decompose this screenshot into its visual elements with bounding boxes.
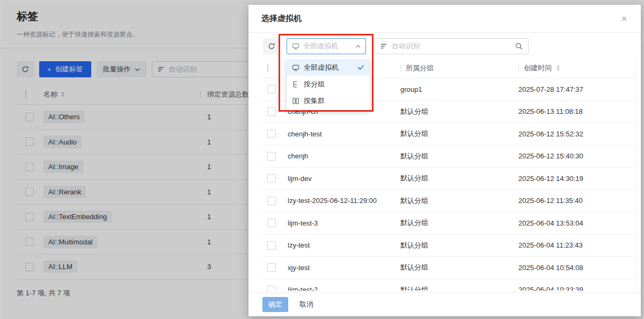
group-tree-icon [292,81,299,88]
cell-checkbox [261,241,288,250]
filter-icon [380,43,387,49]
cell-vm-group: 默认分组 [400,263,518,272]
vm-search-input[interactable]: 自动识别 [375,38,529,54]
select-all-checkbox[interactable] [267,63,268,73]
cell-vm-group: 默认分组 [400,196,518,206]
dropdown-item-按集群[interactable]: 按集群 [287,92,370,109]
cell-vm-time: 2025-06-12 11:35:40 [518,197,636,205]
cell-vm-group: group1 [400,85,518,93]
vm-table-row[interactable]: lzy-test-2025-06-12-11:29:00默认分组2025-06-… [261,190,636,213]
cell-vm-group: 默认分组 [400,285,518,291]
cell-vm-name: lijm-test-2 [288,286,400,291]
chevron-up-icon [355,45,361,48]
modal-title: 选择虚拟机 [261,13,302,24]
cell-vm-name: xjy-test [288,264,400,272]
vm-table-row[interactable]: lijm-test-2默认分组2025-06-04 10:33:39 [261,279,636,291]
cell-vm-name: lzy-test-2025-06-12-11:29:00 [288,197,400,205]
modal-header: 选择虚拟机 [248,5,641,33]
vm-scope-dropdown: 全部虚拟机按分组按集群 [287,57,370,111]
ok-button[interactable]: 确定 [262,297,288,312]
col-time-label: 创建时间 [524,63,552,73]
close-icon[interactable]: × [617,12,631,26]
cell-vm-time: 2025-06-04 11:23:43 [518,241,636,249]
cell-vm-name: lijm-test-3 [288,219,400,227]
cell-vm-name: chenjh [288,152,400,160]
row-checkbox[interactable] [267,197,276,205]
row-checkbox[interactable] [267,219,276,227]
cell-vm-time: 2025-07-28 17:47:37 [518,85,636,93]
vm-table-row[interactable]: lzy-test默认分组2025-06-04 11:23:43 [261,235,636,257]
cell-checkbox [261,263,288,272]
dropdown-item-label: 按集群 [304,96,325,106]
dropdown-item-按分组[interactable]: 按分组 [287,76,370,92]
cell-vm-group: 默认分组 [400,241,518,250]
select-vm-modal: 选择虚拟机 × 全部虚拟机 自 [248,5,641,316]
cell-vm-time: 2025-06-13 11:08:18 [518,107,636,115]
screen: 标签 一种资源标记，便于快速搜索和资源聚合。 + 创建标签 批量操作 [0,0,644,319]
vm-table-row[interactable]: chenjh默认分组2025-06-12 15:40:30 [261,146,636,168]
vm-scope-value: 全部虚拟机 [303,41,338,51]
cell-vm-time: 2025-06-12 15:40:30 [518,152,636,160]
check-icon [357,64,364,70]
magnifier-icon[interactable] [515,42,523,50]
vm-scope-select[interactable]: 全部虚拟机 [287,38,366,54]
cancel-button[interactable]: 取消 [299,300,313,309]
cell-vm-name: chenjh-test [288,130,400,138]
modal-footer: 确定 取消 [248,292,641,316]
row-checkbox[interactable] [267,107,276,116]
col-group-label: 所属分组 [406,63,434,73]
cell-checkbox [261,129,288,138]
cell-checkbox [261,85,288,93]
modal-refresh-button[interactable] [263,38,280,54]
cell-checkbox [261,107,288,116]
vm-search-placeholder: 自动识别 [392,41,420,51]
row-checkbox[interactable] [267,129,276,138]
dropdown-item-全部虚拟机[interactable]: 全部虚拟机 [287,59,370,76]
cell-vm-group: 默认分组 [400,151,518,161]
cell-checkbox [261,286,288,291]
cell-checkbox [261,197,288,205]
dropdown-item-label: 按分组 [304,79,325,89]
cell-vm-name: lijm-dev [288,175,400,183]
column-divider [400,64,401,72]
cell-vm-time: 2025-06-12 15:52:32 [518,130,636,138]
cell-vm-time: 2025-06-12 14:30:19 [518,175,636,183]
cluster-icon [292,97,299,105]
cell-vm-name: lzy-test [288,241,400,249]
cell-checkbox [261,152,288,161]
sort-time-control[interactable] [557,66,560,71]
row-checkbox[interactable] [267,85,276,93]
cell-vm-time: 2025-06-04 13:53:04 [518,219,636,227]
cell-vm-group: 默认分组 [400,218,518,228]
row-checkbox[interactable] [267,241,276,250]
vm-table-row[interactable]: chenjh-test默认分组2025-06-12 15:52:32 [261,123,636,146]
row-checkbox[interactable] [267,174,276,183]
vm-table-row[interactable]: lijm-test-3默认分组2025-06-04 13:53:04 [261,212,636,235]
monitor-icon [292,42,299,50]
cell-vm-time: 2025-06-04 10:54:08 [518,264,636,272]
cell-vm-time: 2025-06-04 10:33:39 [518,286,636,291]
dropdown-item-label: 全部虚拟机 [304,63,339,73]
vm-table-row[interactable]: lijm-dev默认分组2025-06-12 14:30:19 [261,168,636,190]
vm-table-row[interactable]: xjy-test默认分组2025-06-04 10:54:08 [261,257,636,279]
row-checkbox[interactable] [267,286,276,291]
cell-checkbox [261,219,288,227]
refresh-icon [268,42,275,50]
row-checkbox[interactable] [267,152,276,161]
cell-checkbox [261,174,288,183]
cell-vm-group: 默认分组 [400,173,518,183]
cell-vm-group: 默认分组 [400,129,518,139]
row-checkbox[interactable] [267,263,276,272]
cell-vm-group: 默认分组 [400,107,518,117]
column-divider [518,64,519,72]
monitor-icon [292,64,299,71]
